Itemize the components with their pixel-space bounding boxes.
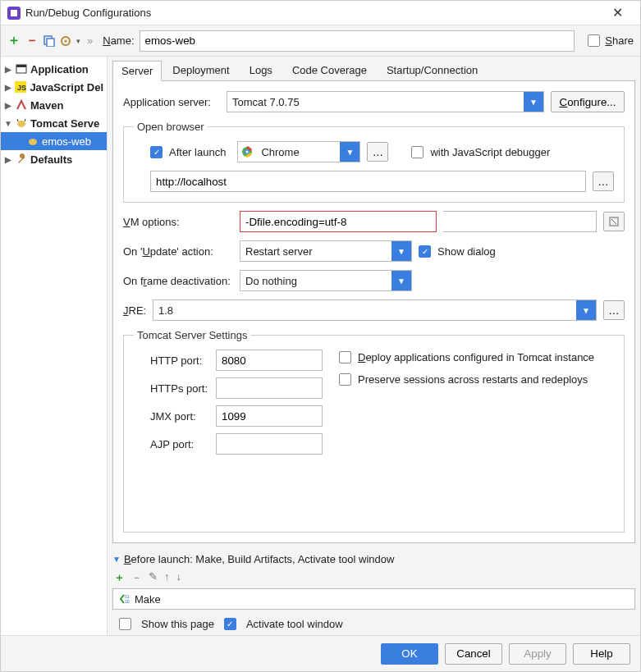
jmx-port-input[interactable] — [216, 405, 323, 427]
open-browser-legend: Open browser — [134, 121, 208, 133]
http-port-input[interactable] — [216, 350, 323, 371]
edit-icon[interactable]: ✎ — [149, 570, 158, 585]
name-input[interactable] — [140, 30, 575, 52]
chevron-right-icon: ▶ — [4, 155, 12, 164]
chevron-down-icon: ▼ — [4, 119, 12, 128]
app-server-select[interactable]: Tomcat 7.0.75 ▼ — [227, 91, 544, 112]
tree-item-label: emos-web — [42, 135, 91, 148]
tree-item-label: Application — [30, 63, 89, 75]
svg-rect-7 — [16, 65, 26, 67]
tree-item-label: Tomcat Serve — [30, 117, 99, 130]
tab-code-coverage[interactable]: Code Coverage — [283, 60, 376, 80]
svg-point-5 — [65, 39, 67, 42]
preserve-label: Preserve sessions across restarts and re… — [358, 373, 588, 386]
close-icon[interactable]: ✕ — [601, 5, 634, 21]
add-icon[interactable]: ＋ — [114, 570, 125, 585]
js-icon: JS — [15, 81, 26, 93]
help-button[interactable]: Help — [573, 643, 630, 665]
browser-select[interactable]: Chrome ▼ — [237, 141, 360, 162]
app-icon — [7, 7, 21, 20]
tree-item-maven[interactable]: ▶ Maven — [1, 96, 107, 114]
config-tree[interactable]: ▶ Application ▶ JS JavaScript Del ▶ Mave… — [1, 57, 108, 635]
update-action-select[interactable]: Restart server ▼ — [240, 240, 412, 262]
show-dialog-checkbox[interactable]: ✓ — [419, 245, 431, 258]
chevron-down-icon[interactable]: ▼ — [524, 92, 543, 112]
tree-item-emos-web[interactable]: emos-web — [1, 132, 107, 150]
make-icon: 0110 — [118, 593, 130, 605]
share-checkbox[interactable] — [588, 34, 600, 47]
settings-icon[interactable] — [60, 35, 71, 47]
chevron-down-icon[interactable]: ▼ — [576, 300, 596, 320]
down-icon[interactable]: ↓ — [176, 570, 182, 585]
chevron-down-icon[interactable]: ▾ — [76, 37, 80, 45]
configure-button[interactable]: Configure... — [551, 91, 625, 112]
tree-item-label: Maven — [30, 99, 63, 112]
before-launch-toggle[interactable]: ▼ Before launch: Make, Build Artifacts, … — [112, 553, 635, 565]
tomcat-icon — [16, 117, 27, 129]
show-page-checkbox[interactable] — [119, 618, 131, 630]
jmx-port-label: JMX port: — [150, 410, 209, 423]
svg-rect-1 — [11, 10, 17, 16]
https-port-label: HTTPs port: — [150, 382, 209, 395]
browser-value: Chrome — [256, 146, 340, 158]
ajp-port-label: AJP port: — [150, 438, 209, 450]
preserve-checkbox[interactable] — [339, 373, 351, 386]
after-launch-checkbox[interactable]: ✓ — [150, 146, 163, 158]
activate-window-checkbox[interactable]: ✓ — [224, 618, 236, 630]
frame-deactivation-select[interactable]: Do nothing ▼ — [240, 270, 412, 291]
url-more-button[interactable]: … — [593, 171, 614, 191]
separator: » — [87, 34, 93, 47]
jre-more-button[interactable]: … — [603, 300, 625, 320]
chrome-icon — [241, 146, 253, 158]
vm-options-input-ext[interactable] — [443, 211, 597, 232]
js-debug-checkbox[interactable] — [411, 146, 424, 158]
update-action-label: On 'Update' action: — [123, 245, 233, 258]
deploy-label: Deploy applications configured in Tomcat… — [358, 351, 594, 363]
chevron-down-icon[interactable]: ▼ — [391, 271, 411, 290]
svg-text:JS: JS — [17, 84, 26, 92]
browser-more-button[interactable]: … — [367, 142, 388, 162]
remove-icon[interactable]: － — [25, 32, 39, 49]
before-launch-item: Make — [135, 593, 161, 606]
ok-button[interactable]: OK — [381, 643, 438, 665]
js-debug-label: with JavaScript debugger — [430, 146, 550, 158]
chevron-right-icon: ▶ — [4, 65, 12, 74]
tab-deployment[interactable]: Deployment — [163, 60, 238, 80]
vm-options-input[interactable] — [240, 211, 437, 232]
tree-item-tomcat[interactable]: ▼ Tomcat Serve — [1, 114, 107, 132]
wrench-icon — [16, 153, 27, 165]
https-port-input[interactable] — [216, 377, 323, 399]
tab-bar: Server Deployment Logs Code Coverage Sta… — [112, 60, 635, 81]
tree-item-javascript[interactable]: ▶ JS JavaScript Del — [1, 78, 107, 96]
add-icon[interactable]: ＋ — [7, 32, 21, 49]
before-launch-list[interactable]: 0110 Make — [112, 588, 635, 610]
deploy-checkbox[interactable] — [339, 351, 351, 363]
tomcat-icon — [27, 135, 39, 147]
jre-select[interactable]: 1.8 ▼ — [153, 299, 597, 321]
cancel-button[interactable]: Cancel — [445, 643, 502, 665]
chevron-down-icon[interactable]: ▼ — [340, 142, 359, 162]
before-launch-header: Before launch: Make, Build Artifacts, Ac… — [124, 553, 395, 565]
ajp-port-input[interactable] — [216, 433, 323, 455]
tab-startup[interactable]: Startup/Connection — [378, 60, 487, 80]
remove-icon[interactable]: － — [131, 570, 142, 585]
tomcat-settings-legend: Tomcat Server Settings — [134, 329, 250, 341]
frame-deactivation-value: Do nothing — [240, 275, 391, 287]
jre-value: 1.8 — [153, 304, 576, 317]
expand-icon[interactable] — [603, 212, 625, 231]
app-server-label: Application server: — [123, 96, 220, 108]
tab-logs[interactable]: Logs — [240, 60, 282, 80]
share-label: Share — [605, 34, 634, 47]
maven-icon — [16, 99, 27, 111]
up-icon[interactable]: ↑ — [164, 570, 170, 585]
tree-item-application[interactable]: ▶ Application — [1, 60, 107, 78]
tree-item-label: Defaults — [30, 153, 72, 166]
chevron-down-icon[interactable]: ▼ — [391, 241, 411, 261]
svg-point-11 — [29, 139, 37, 145]
activate-window-label: Activate tool window — [246, 618, 343, 630]
tab-server[interactable]: Server — [112, 61, 162, 81]
apply-button[interactable]: Apply — [509, 643, 566, 665]
copy-icon[interactable] — [43, 35, 55, 47]
url-input[interactable] — [150, 171, 586, 192]
tree-item-defaults[interactable]: ▶ Defaults — [1, 150, 107, 168]
